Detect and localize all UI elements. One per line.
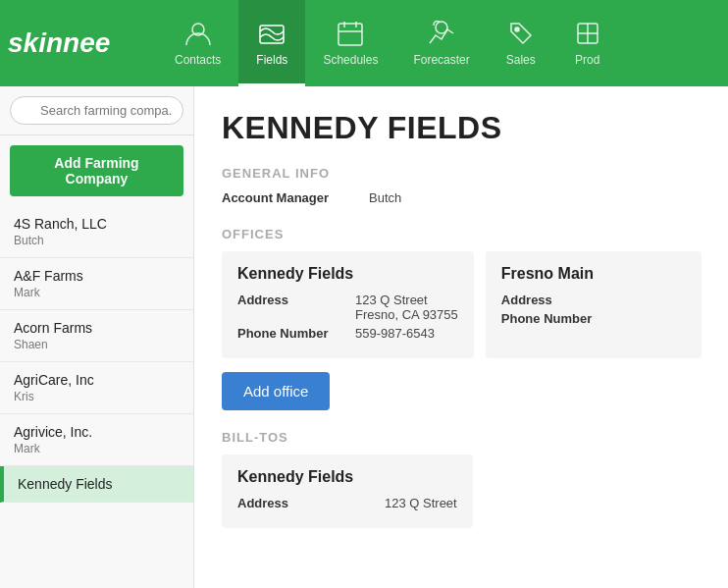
contacts-icon — [182, 18, 214, 49]
app-logo: skinnee — [0, 27, 157, 59]
add-office-button[interactable]: Add office — [222, 372, 330, 410]
schedules-icon — [335, 18, 366, 49]
svg-rect-2 — [338, 24, 362, 45]
search-container: 🔍 — [10, 96, 183, 125]
address-label: Address — [237, 293, 355, 307]
nav-label-sales: Sales — [506, 53, 536, 67]
nav-item-forecaster[interactable]: Forecaster — [395, 0, 487, 86]
sidebar-item-agrivice[interactable]: Agrivice, Inc. Mark — [0, 414, 193, 466]
billto-address-value: 123 Q Street — [385, 496, 457, 510]
nav-label-forecaster: Forecaster — [413, 53, 469, 67]
sidebar-item-agricare[interactable]: AgriCare, Inc Kris — [0, 362, 193, 414]
sidebar: 🔍 Add Farming Company 4S Ranch, LLC Butc… — [0, 86, 194, 588]
billto-address-label: Address — [237, 496, 385, 510]
offices-label: OFFICES — [222, 227, 701, 241]
office-address-row: Address 123 Q StreetFresno, CA 93755 — [237, 293, 458, 322]
main-layout: 🔍 Add Farming Company 4S Ranch, LLC Butc… — [0, 86, 728, 588]
nav-item-schedules[interactable]: Schedules — [305, 0, 395, 86]
office-card-fresno: Fresno Main Address Phone Number — [486, 251, 702, 358]
svg-point-10 — [515, 27, 519, 31]
manager-name: Kris — [14, 390, 180, 403]
search-wrapper: 🔍 — [0, 86, 193, 135]
fields-icon — [256, 18, 287, 49]
company-name: Acorn Farms — [14, 320, 180, 336]
nav-label-fields: Fields — [256, 53, 287, 67]
nav-label-contacts: Contacts — [175, 53, 221, 67]
bill-tos-section: BILL-TOS Kennedy Fields Address 123 Q St… — [222, 430, 701, 528]
office-card-kennedy: Kennedy Fields Address 123 Q StreetFresn… — [222, 251, 474, 358]
office-phone-row: Phone Number — [501, 311, 686, 326]
phone-label: Phone Number — [237, 326, 355, 341]
address-value: 123 Q StreetFresno, CA 93755 — [355, 293, 458, 322]
company-name: 4S Ranch, LLC — [14, 216, 180, 232]
add-farming-company-button[interactable]: Add Farming Company — [10, 145, 183, 196]
billto-title: Kennedy Fields — [237, 468, 457, 486]
offices-cards: Kennedy Fields Address 123 Q StreetFresn… — [222, 251, 701, 358]
manager-name: Mark — [14, 286, 180, 299]
billto-address-row: Address 123 Q Street — [237, 496, 457, 510]
sidebar-item-4s-ranch[interactable]: 4S Ranch, LLC Butch — [0, 206, 193, 258]
nav-item-sales[interactable]: Sales — [488, 0, 554, 86]
company-name: Kennedy Fields — [18, 476, 180, 492]
sidebar-item-acorn-farms[interactable]: Acorn Farms Shaen — [0, 310, 193, 362]
office-title: Fresno Main — [501, 265, 686, 283]
billto-card-kennedy: Kennedy Fields Address 123 Q Street — [222, 454, 473, 528]
offices-section: OFFICES Kennedy Fields Address 123 Q Str… — [222, 227, 701, 410]
sidebar-item-kennedy-fields[interactable]: Kennedy Fields — [0, 466, 193, 503]
top-nav: skinnee Contacts Fields — [0, 0, 728, 86]
phone-value: 559-987-6543 — [355, 326, 435, 341]
general-info-section: GENERAL INFO Account Manager Butch — [222, 166, 701, 205]
company-name: AgriCare, Inc — [14, 372, 180, 388]
nav-label-prod: Prod — [575, 53, 599, 67]
manager-name: Shaen — [14, 338, 180, 351]
bill-tos-cards: Kennedy Fields Address 123 Q Street — [222, 454, 701, 528]
search-input[interactable] — [10, 96, 183, 125]
nav-item-contacts[interactable]: Contacts — [157, 0, 238, 86]
bill-tos-label: BILL-TOS — [222, 430, 701, 445]
account-manager-label: Account Manager — [222, 190, 369, 205]
nav-item-fields[interactable]: Fields — [238, 0, 305, 86]
company-name: A&F Farms — [14, 268, 180, 284]
phone-label: Phone Number — [501, 311, 619, 326]
general-info-label: GENERAL INFO — [222, 166, 701, 181]
account-manager-row: Account Manager Butch — [222, 190, 701, 205]
nav-items: Contacts Fields Schedules — [157, 0, 728, 86]
manager-name: Mark — [14, 442, 180, 455]
page-title: KENNEDY FIELDS — [222, 110, 701, 146]
account-manager-value: Butch — [369, 190, 401, 205]
address-label: Address — [501, 293, 619, 307]
sales-icon — [505, 18, 537, 49]
nav-label-schedules: Schedules — [323, 53, 378, 67]
company-name: Agrivice, Inc. — [14, 424, 180, 440]
office-phone-row: Phone Number 559-987-6543 — [237, 326, 458, 341]
sidebar-item-af-farms[interactable]: A&F Farms Mark — [0, 258, 193, 310]
forecaster-icon — [426, 18, 457, 49]
nav-item-prod[interactable]: Prod — [554, 0, 621, 86]
office-title: Kennedy Fields — [237, 265, 458, 283]
office-address-row: Address — [501, 293, 686, 307]
sidebar-list: 4S Ranch, LLC Butch A&F Farms Mark Acorn… — [0, 206, 193, 588]
manager-name: Butch — [14, 234, 180, 247]
content-area: KENNEDY FIELDS GENERAL INFO Account Mana… — [194, 86, 728, 588]
svg-point-9 — [436, 22, 447, 33]
prod-icon — [572, 18, 603, 49]
